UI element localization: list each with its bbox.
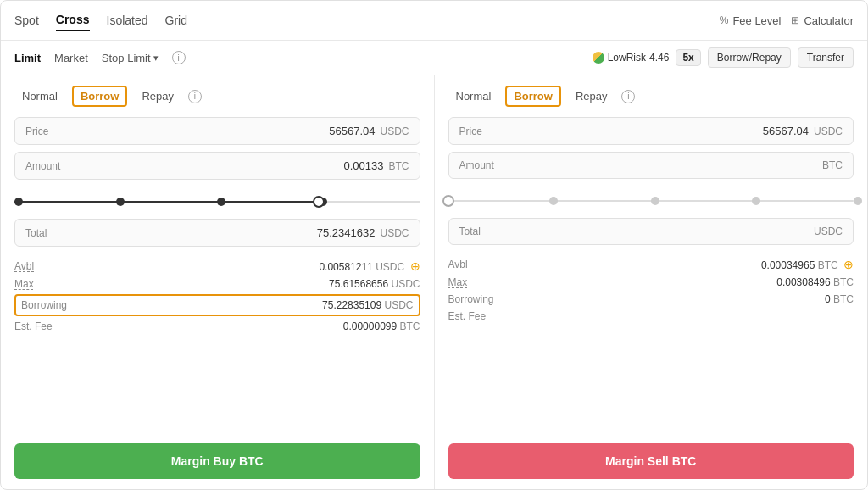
order-type-row: Limit Market Stop Limit ▾ i LowRisk 4.46…	[1, 41, 867, 75]
sell-panel: Normal Borrow Repay i Price 56567.04 USD…	[435, 75, 868, 489]
buy-max-value-group: 75.61568656 USDC	[329, 278, 420, 290]
buy-estfee-label: Est. Fee	[14, 320, 53, 332]
sell-max-label[interactable]: Max	[448, 276, 468, 288]
buy-tab-info-icon[interactable]: i	[188, 90, 202, 103]
sell-avbl-label[interactable]: Avbl	[448, 259, 468, 270]
buy-price-label: Price	[25, 125, 48, 137]
sell-total-unit: USDC	[814, 226, 843, 237]
buy-amount-value: 0.00133	[344, 159, 384, 172]
buy-slider-dot-1	[14, 198, 23, 206]
buy-slider-track	[14, 201, 420, 203]
sell-tab-normal[interactable]: Normal	[448, 86, 499, 106]
buy-avbl-value-group: 0.00581211 USDC ⊕	[319, 259, 420, 273]
buy-mode-tabs: Normal Borrow Repay i	[14, 86, 420, 107]
calc-icon: ⊞	[791, 14, 799, 26]
buy-tab-normal[interactable]: Normal	[14, 86, 65, 106]
sell-max-unit: BTC	[833, 276, 854, 288]
buy-total-label: Total	[25, 227, 47, 239]
buy-tab-borrow[interactable]: Borrow	[72, 86, 128, 107]
buy-info-section: Avbl 0.00581211 USDC ⊕ Max 75.61568656 U…	[14, 257, 420, 437]
order-type-info-icon[interactable]: i	[172, 51, 186, 64]
sell-info-section: Avbl 0.00034965 BTC ⊕ Max 0.00308496 BTC	[448, 255, 854, 437]
buy-avbl-plus-icon[interactable]: ⊕	[410, 259, 420, 273]
risk-label: LowRisk	[608, 52, 646, 64]
top-nav-left: Spot Cross Isolated Grid	[14, 9, 187, 31]
sell-avbl-row: Avbl 0.00034965 BTC ⊕	[448, 255, 854, 274]
sell-avbl-value: 0.00034965	[761, 259, 815, 271]
buy-borrowing-value-group: 75.22835109 USDC	[322, 299, 413, 311]
buy-estfee-unit: BTC	[400, 320, 420, 332]
buy-max-row: Max 75.61568656 USDC	[14, 276, 420, 292]
sell-borrowing-row: Borrowing 0 BTC	[448, 291, 854, 308]
transfer-btn[interactable]: Transfer	[798, 47, 854, 68]
buy-max-unit: USDC	[391, 278, 420, 290]
buy-amount-unit: BTC	[389, 160, 409, 172]
buy-avbl-label[interactable]: Avbl	[14, 260, 34, 272]
sell-total-label: Total	[459, 226, 481, 237]
buy-tab-repay[interactable]: Repay	[134, 86, 181, 106]
sell-mode-tabs: Normal Borrow Repay i	[448, 86, 854, 107]
sell-amount-field[interactable]: Amount BTC	[448, 152, 854, 179]
buy-avbl-row: Avbl 0.00581211 USDC ⊕	[14, 257, 420, 276]
sell-tab-info-icon[interactable]: i	[621, 90, 635, 103]
sell-price-unit: USDC	[814, 125, 843, 137]
sell-slider[interactable]	[448, 191, 854, 211]
sell-slider-handle[interactable]	[442, 195, 454, 207]
sell-slider-dot-2	[651, 197, 659, 205]
fee-level-btn[interactable]: % Fee Level	[720, 14, 782, 27]
buy-total-field[interactable]: Total 75.2341632 USDC	[14, 219, 420, 247]
sell-price-value: 56567.04	[763, 125, 809, 137]
leverage-badge[interactable]: 5x	[676, 49, 700, 66]
sell-avbl-unit: BTC	[818, 259, 838, 271]
order-type-stop-limit[interactable]: Stop Limit ▾	[102, 52, 159, 64]
top-nav: Spot Cross Isolated Grid % Fee Level ⊞ C…	[1, 1, 867, 41]
buy-estfee-row: Est. Fee 0.00000099 BTC	[14, 318, 420, 335]
sell-total-value-group: USDC	[809, 226, 843, 237]
margin-sell-btn[interactable]: Margin Sell BTC	[448, 443, 854, 479]
sell-total-field[interactable]: Total USDC	[448, 218, 854, 245]
buy-amount-field[interactable]: Amount 0.00133 BTC	[14, 152, 420, 180]
sell-amount-unit: BTC	[822, 159, 843, 171]
nav-grid[interactable]: Grid	[165, 10, 187, 31]
fee-pct-icon: %	[720, 14, 729, 26]
sell-max-value: 0.00308496	[776, 276, 830, 288]
sell-max-row: Max 0.00308496 BTC	[448, 274, 854, 291]
sell-tab-borrow[interactable]: Borrow	[505, 86, 561, 107]
sell-avbl-value-group: 0.00034965 BTC ⊕	[761, 258, 854, 271]
buy-estfee-value-group: 0.00000099 BTC	[343, 320, 420, 332]
order-type-market[interactable]: Market	[54, 52, 88, 64]
sell-price-field[interactable]: Price 56567.04 USDC	[448, 117, 854, 145]
margin-buy-btn[interactable]: Margin Buy BTC	[14, 443, 420, 479]
sell-amount-value-group: BTC	[817, 159, 843, 171]
sell-avbl-plus-icon[interactable]: ⊕	[843, 258, 854, 271]
calculator-label: Calculator	[804, 14, 854, 27]
buy-panel: Normal Borrow Repay i Price 56567.04 USD…	[1, 75, 435, 489]
buy-amount-label: Amount	[25, 160, 60, 172]
sell-amount-label: Amount	[459, 159, 494, 171]
nav-cross[interactable]: Cross	[56, 9, 90, 31]
order-type-limit[interactable]: Limit	[14, 52, 41, 64]
buy-total-unit: USDC	[380, 227, 409, 239]
buy-price-value: 56567.04	[329, 125, 375, 137]
buy-slider-dot-3	[217, 198, 225, 206]
buy-price-field[interactable]: Price 56567.04 USDC	[14, 117, 420, 145]
sell-tab-repay[interactable]: Repay	[568, 86, 615, 106]
sell-borrowing-value-group: 0 BTC	[825, 293, 854, 305]
nav-spot[interactable]: Spot	[14, 10, 39, 31]
borrow-repay-btn[interactable]: Borrow/Repay	[708, 47, 791, 68]
nav-isolated[interactable]: Isolated	[107, 10, 148, 31]
buy-borrowing-value: 75.22835109	[322, 299, 381, 311]
sell-borrowing-label: Borrowing	[448, 293, 494, 305]
buy-slider[interactable]	[14, 192, 420, 212]
sell-price-value-group: 56567.04 USDC	[763, 125, 843, 137]
buy-max-label[interactable]: Max	[14, 278, 34, 290]
buy-slider-handle[interactable]	[313, 196, 325, 208]
sell-price-label: Price	[459, 125, 482, 137]
chevron-down-icon: ▾	[153, 53, 159, 64]
calculator-btn[interactable]: ⊞ Calculator	[791, 14, 854, 27]
risk-badge: LowRisk 4.46	[593, 52, 670, 64]
sell-estfee-row: Est. Fee	[448, 308, 854, 325]
sell-max-value-group: 0.00308496 BTC	[776, 276, 854, 288]
buy-price-unit: USDC	[380, 125, 409, 137]
buy-max-value: 75.61568656	[329, 278, 388, 290]
